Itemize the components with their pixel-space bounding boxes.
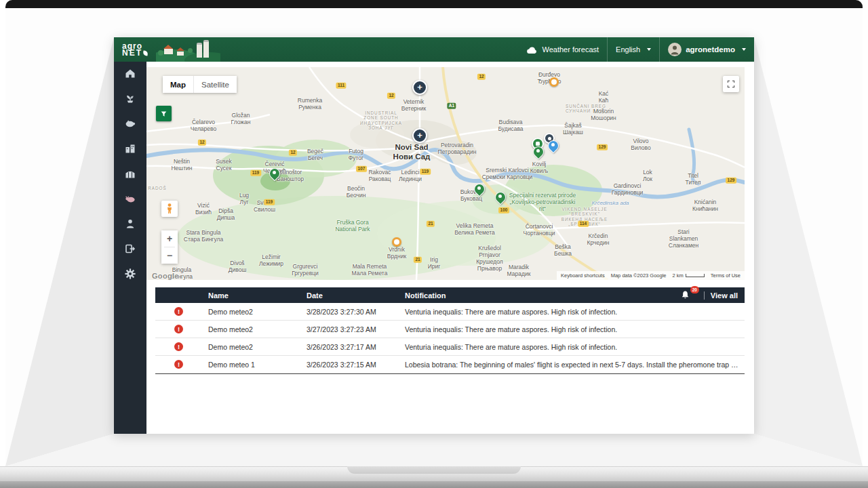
row-name: Demo meteo2 [208, 343, 307, 351]
row-name: Demo meteo 1 [208, 361, 307, 369]
header-separator [704, 291, 705, 300]
silo-shape [203, 40, 209, 58]
row-date: 3/27/2023 3:27:23 AM [307, 325, 405, 333]
map[interactable]: GložanГложанČelarevoЧеларевоRumenkaРумен… [146, 67, 745, 280]
row-date: 3/26/2023 3:27:17 AM [307, 343, 405, 351]
road-number-badge: 107 [356, 166, 367, 172]
road-number-badge: 21 [427, 221, 435, 227]
table-row[interactable]: Demo meteo 1 3/26/2023 3:27:15 AM Lobesi… [155, 356, 745, 373]
tree-shape [158, 50, 163, 56]
filter-button[interactable] [156, 106, 172, 121]
buildings-icon [124, 142, 136, 155]
map-view-button[interactable]: Map [163, 76, 193, 93]
pig-icon [124, 117, 136, 129]
app-header: agro NET Weather forecast [114, 37, 754, 62]
person-icon [124, 218, 136, 230]
road-number-badge: 21 [414, 257, 422, 263]
sidebar-item-home[interactable] [118, 67, 142, 79]
table-row[interactable]: Demo meteo2 3/28/2023 3:27:30 AM Venturi… [155, 303, 745, 321]
sidebar-item-export[interactable] [118, 243, 142, 255]
road-number-badge: 111 [336, 83, 346, 89]
alert-icon [174, 360, 183, 369]
farm-illustration [156, 37, 220, 62]
laptop-notch [347, 466, 521, 474]
fullscreen-icon [727, 79, 735, 89]
bell-badge: 20 [690, 286, 699, 293]
export-icon [124, 243, 136, 255]
laptop-base-shadow [0, 481, 868, 488]
sprout-icon [124, 92, 136, 104]
zoom-in-button[interactable]: + [161, 230, 178, 247]
house-shape [177, 52, 184, 56]
laptop-screen: agro NET Weather forecast [5, 8, 863, 466]
cloud-icon [526, 45, 538, 54]
road-number-badge: 129 [597, 144, 608, 150]
table-header: Name Date Notification 20 View all [155, 287, 745, 303]
logo-text-net: NET [122, 49, 142, 57]
google-logo: Google [152, 272, 179, 280]
agronet-app: agro NET Weather forecast [114, 37, 754, 434]
sidebar-item-crops[interactable] [118, 92, 142, 104]
house-shape [164, 49, 173, 54]
map-data-label: Map data ©2023 Google [611, 272, 667, 279]
row-notification: Venturia inequalis: There are mature asp… [405, 343, 745, 351]
sidebar-item-settings[interactable] [118, 268, 142, 280]
table-row[interactable]: Demo meteo2 3/27/2023 3:27:23 AM Venturi… [155, 321, 745, 338]
notifications-body: Demo meteo2 3/28/2023 3:27:30 AM Venturi… [155, 303, 745, 374]
road-number-badge: 12 [387, 93, 395, 99]
leaf-icon [142, 50, 148, 56]
keyboard-shortcuts-link[interactable]: Keyboard shortcuts [561, 272, 605, 279]
weather-forecast-label: Weather forecast [542, 45, 599, 54]
user-icon [669, 43, 681, 56]
terms-link[interactable]: Terms of Use [711, 272, 741, 279]
zoom-control: + − [161, 230, 178, 264]
map-canvas: GložanГложанČelarevoЧеларевоRumenkaРумен… [146, 67, 745, 280]
tree-shape [188, 48, 193, 53]
sidebar-item-greenhouse[interactable] [118, 167, 142, 180]
map-attribution: Google Keyboard shortcuts Map data ©2023… [146, 271, 745, 280]
road-number-badge: 100 [498, 207, 509, 214]
sidebar-item-pig-farm[interactable] [118, 117, 142, 129]
row-notification: Venturia inequalis: There are mature asp… [405, 308, 745, 316]
agronet-logo[interactable]: agro NET [122, 43, 148, 57]
pegman-icon [164, 203, 175, 215]
row-date: 3/26/2023 3:27:15 AM [307, 361, 405, 369]
weather-forecast-button[interactable]: Weather forecast [518, 37, 608, 62]
chevron-down-icon [647, 48, 651, 51]
laptop-top-bezel [5, 0, 863, 8]
road-number-badge: 12 [477, 74, 486, 80]
fullscreen-button[interactable] [723, 76, 739, 92]
greenhouse-icon [124, 167, 136, 180]
avatar [668, 43, 682, 56]
chevron-down-icon [742, 48, 746, 51]
row-name: Demo meteo2 [208, 308, 307, 316]
street-view-pegman[interactable] [161, 201, 178, 217]
satellite-view-button[interactable]: Satellite [193, 76, 237, 93]
scale-bar [686, 274, 705, 277]
road-number-badge: 12 [198, 140, 206, 146]
table-row[interactable]: Demo meteo2 3/26/2023 3:27:17 AM Venturi… [155, 338, 745, 356]
row-date: 3/28/2023 3:27:30 AM [307, 308, 405, 316]
alert-icon [174, 307, 183, 316]
sidebar-item-livestock[interactable] [118, 192, 142, 205]
row-name: Demo meteo2 [208, 325, 307, 333]
sidebar-nav [114, 62, 146, 434]
view-all-button[interactable]: View all [711, 291, 738, 300]
notifications-bell[interactable]: 20 [680, 290, 694, 300]
row-notification: Venturia inequalis: There are mature asp… [405, 325, 745, 333]
silo-shape [197, 43, 202, 58]
zoom-out-button[interactable]: − [161, 247, 178, 264]
road-number-badge: 12 [289, 150, 297, 156]
road-number-badge: 119 [264, 199, 275, 205]
row-notification: Lobesia botrana: The beginning of males'… [405, 361, 745, 369]
sidebar-item-city[interactable] [118, 142, 142, 155]
road-number-badge: 119 [250, 170, 261, 176]
sidebar-item-workers[interactable] [118, 218, 142, 230]
road-number-badge: 119 [420, 169, 431, 175]
road-number-badge: 129 [726, 178, 736, 184]
map-terrain [146, 67, 745, 280]
road-number-badge: A1 [447, 103, 456, 109]
user-menu[interactable]: agronetdemo [660, 37, 754, 62]
alert-icon [174, 325, 183, 333]
language-dropdown[interactable]: English [608, 37, 659, 62]
